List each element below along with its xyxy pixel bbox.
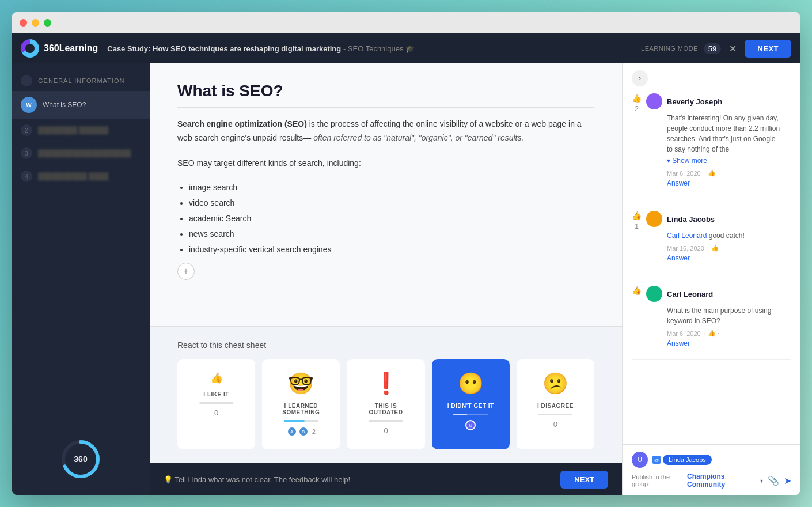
beverly-like-icon[interactable]: 👍 [632, 93, 642, 103]
react-outdated-label: THIS IS OUTDATED [357, 403, 414, 415]
react-didntgetit-avatar: U [465, 420, 476, 430]
sidebar-item-4[interactable]: 4 ██████████ ████ [12, 165, 150, 188]
react-learned-avatars: A B 2 [287, 426, 316, 437]
send-button[interactable]: ➤ [784, 475, 791, 486]
react-title: React to this cheat sheet [177, 340, 594, 350]
bullet-video: video search [189, 197, 594, 209]
carl-author: Carl Leonard [667, 290, 713, 298]
carl-meta: Mar 6, 2020 · 👍 · [667, 330, 791, 337]
linda-avatar [646, 211, 662, 227]
react-card-outdated[interactable]: ❗ THIS IS OUTDATED 0 [347, 359, 424, 449]
lesson-title: What is SEO? [177, 82, 594, 108]
carl-body: What is the main purpose of using keywor… [667, 305, 791, 326]
react-like-bar [199, 402, 234, 404]
beverly-header: Beverly Joseph [646, 93, 791, 109]
linda-answer[interactable]: Answer [667, 254, 791, 262]
minimize-window-button[interactable] [32, 19, 39, 27]
thumbs-up-icon: 👍 [210, 372, 223, 384]
sidebar-general-info-label: GENERAL INFORMATION [38, 77, 124, 84]
confused-emoji-icon: 😶 [458, 372, 484, 396]
react-disagree-bar [538, 414, 573, 415]
sidebar-item-2-label: ████████ ██████ [38, 126, 108, 134]
react-learned-count: 2 [312, 428, 316, 435]
progress-text: 360 [74, 455, 87, 464]
publish-group-name[interactable]: Champions Community [687, 472, 757, 489]
react-like-count: 0 [214, 408, 218, 417]
react-avatar-1: A [287, 426, 297, 437]
glasses-emoji-icon: 🤓 [288, 372, 314, 396]
carl-header: Carl Leonard [646, 286, 791, 302]
beverly-author: Beverly Joseph [667, 97, 722, 106]
react-card-like[interactable]: 👍 I LIKE IT 0 [177, 359, 255, 449]
maximize-window-button[interactable] [44, 19, 51, 27]
nav-right: LEARNING MODE 59 ✕ NEXT [641, 40, 791, 58]
carl-avatar [646, 286, 662, 302]
unhappy-emoji-icon: 😕 [542, 372, 568, 396]
bottom-next-button[interactable]: NEXT [560, 471, 608, 489]
right-panel: › 👍 2 [622, 63, 800, 495]
exclaim-icon: ❗ [373, 372, 399, 396]
carl-answer[interactable]: Answer [667, 339, 791, 347]
tag-chip[interactable]: Linda Jacobs [663, 455, 712, 465]
main-content: i GENERAL INFORMATION W What is SEO? 2 █… [12, 63, 800, 495]
panel-toggle-button[interactable]: › [632, 70, 648, 86]
add-note-button[interactable]: + [177, 263, 195, 280]
lesson-sub: SEO may target different kinds of search… [177, 157, 594, 171]
attach-icon[interactable]: 📎 [768, 475, 779, 486]
bullet-academic: academic Search [189, 213, 594, 225]
lesson-avatar: W [21, 97, 37, 113]
sidebar-item-4-label: ██████████ ████ [38, 172, 108, 180]
react-learned-bar [284, 420, 318, 422]
react-like-label: I LIKE IT [203, 391, 229, 398]
react-card-learned[interactable]: 🤓 I LEARNED SOMETHING A B 2 [262, 359, 340, 449]
react-disagree-label: I DISAGREE [537, 403, 574, 409]
content-scroll: What is SEO? Search engine optimization … [150, 63, 622, 326]
react-learned-label: I LEARNED SOMETHING [272, 403, 329, 415]
linda-like-icon[interactable]: 👍 [632, 211, 642, 220]
react-cards: 👍 I LIKE IT 0 🤓 I LEARNED SOMETHING [177, 359, 594, 449]
sidebar-item-what-is-seo[interactable]: W What is SEO? [12, 91, 150, 119]
bullet-industry: industry-specific vertical search engine… [189, 244, 594, 256]
beverly-body: That's interesting! On any given day, pe… [667, 113, 791, 154]
react-didntgetit-label: I DIDN'T GET IT [447, 403, 494, 409]
sidebar-lesson-label: What is SEO? [43, 101, 86, 109]
content-area: What is SEO? Search engine optimization … [150, 63, 622, 463]
react-section: React to this cheat sheet 👍 I LIKE IT 0 [150, 326, 622, 463]
publish-actions: 📎 ➤ [768, 475, 791, 486]
progress-circle: 360 [60, 439, 101, 479]
comment-item-carl: 👍 Carl Leonard What is the main purpose … [632, 286, 791, 360]
beverly-answer[interactable]: Answer [667, 179, 791, 187]
sidebar-item-3[interactable]: 3 ███████████████████ [12, 142, 150, 165]
close-window-button[interactable] [20, 19, 27, 27]
carl-mention-link[interactable]: Carl Leonard [667, 232, 707, 240]
lesson-num-2: 2 [21, 124, 32, 136]
titlebar [12, 12, 800, 33]
sidebar-item-3-label: ███████████████████ [38, 149, 131, 157]
react-outdated-count: 0 [384, 426, 388, 435]
linda-author: Linda Jacobs [667, 215, 715, 224]
publish-label: Publish in the group: [632, 474, 684, 487]
react-disagree-count: 0 [553, 420, 557, 429]
beverly-avatar [646, 93, 662, 109]
learning-mode-count: 59 [704, 43, 721, 54]
chevron-down-icon[interactable]: ▾ [760, 478, 763, 484]
react-card-disagree[interactable]: 😕 I DISAGREE 0 [517, 359, 594, 449]
react-card-didntgetit[interactable]: 😶 I DIDN'T GET IT U [432, 359, 510, 449]
info-icon: i [21, 75, 32, 86]
logo-text: 360Learning [44, 43, 98, 54]
beverly-meta: Mar 6, 2020 · 👍 · [667, 169, 791, 177]
linda-body: Carl Leonard good catch! [667, 230, 791, 241]
carl-like-icon[interactable]: 👍 [632, 286, 642, 295]
comment-item-beverly: 👍 2 Beverly Joseph That's interesting! O… [632, 93, 791, 199]
lesson-num-4: 4 [21, 171, 32, 182]
react-didntgetit-bar [453, 414, 488, 415]
sidebar-item-2[interactable]: 2 ████████ ██████ [12, 119, 150, 142]
bottom-bar: 💡 Tell Linda what was not clear. The fee… [150, 463, 622, 495]
beverly-show-more[interactable]: ▾ Show more [667, 157, 707, 165]
bullet-image: image search [189, 181, 594, 194]
learning-mode-label: LEARNING MODE [641, 45, 698, 52]
logo: 360Learning [21, 39, 98, 58]
mention-icon: @ [652, 456, 661, 464]
nav-next-button[interactable]: NEXT [745, 40, 791, 58]
nav-close-button[interactable]: ✕ [727, 41, 739, 56]
